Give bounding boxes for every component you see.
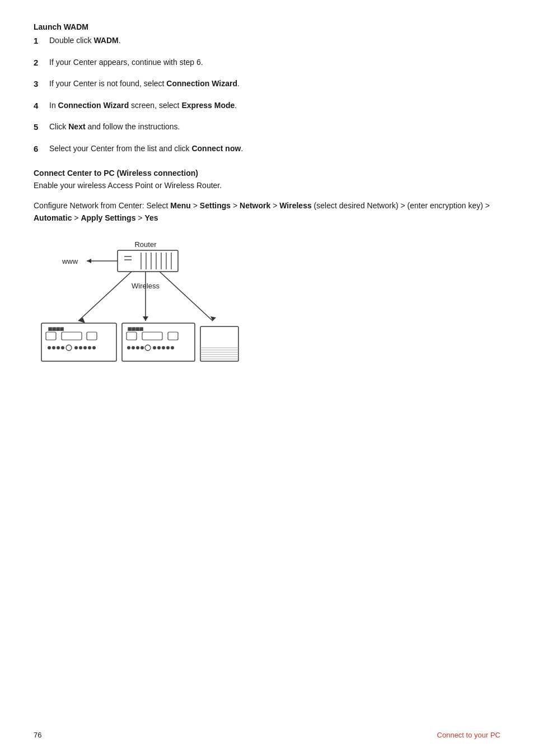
router-label: Router [134,240,157,249]
svg-point-19 [83,346,87,349]
configure-text: Configure Network from Center: Select Me… [34,199,500,225]
svg-rect-22 [127,332,137,340]
svg-rect-9 [46,332,56,340]
svg-point-34 [171,346,174,349]
svg-point-25 [127,346,130,349]
svg-point-18 [79,346,82,349]
svg-point-29 [145,345,151,351]
arrow-right-head [210,316,216,321]
step-text: In Connection Wizard screen, select Expr… [49,100,237,113]
step-number: 1 [34,35,49,48]
launch-wadm-heading: Launch WADM [34,22,500,31]
wireless-section: Connect Center to PC (Wireless connectio… [34,169,500,192]
device-right [200,326,238,361]
svg-point-15 [61,346,64,349]
svg-rect-23 [142,332,162,340]
step-number: 3 [34,78,49,91]
step-number: 5 [34,121,49,134]
svg-rect-24 [168,332,178,340]
arrow-left-device [78,272,132,321]
list-item: 4 In Connection Wizard screen, select Ex… [34,100,500,113]
device-left-label: ⬛⬛⬛⬛ [48,327,64,332]
list-item: 1 Double click WADM. [34,35,500,48]
page-number: 76 [34,731,41,739]
svg-point-28 [140,346,144,349]
svg-point-26 [132,346,135,349]
svg-point-31 [157,346,161,349]
svg-point-33 [166,346,170,349]
svg-point-12 [48,346,51,349]
www-label: www [62,257,78,265]
wireless-heading: Connect Center to PC (Wireless connectio… [34,169,500,178]
svg-point-27 [136,346,139,349]
svg-point-16 [66,345,72,351]
svg-point-32 [162,346,165,349]
svg-point-20 [88,346,91,349]
svg-point-13 [52,346,55,349]
device-center-label: ⬛⬛⬛⬛ [128,327,144,332]
wireless-description: Enable your wireless Access Point or Wir… [34,180,500,192]
svg-point-14 [57,346,60,349]
list-item: 5 Click Next and follow the instructions… [34,121,500,134]
page-content: Launch WADM 1 Double click WADM. 2 If yo… [34,22,500,367]
svg-point-21 [92,346,96,349]
svg-point-30 [153,346,156,349]
step-number: 2 [34,57,49,69]
arrow-right-device [160,272,213,321]
arrow-center-head [143,316,148,321]
www-arrow-head [87,259,91,263]
network-diagram: Router www Wireless ⬛⬛⬛⬛ [34,238,274,367]
list-item: 2 If your Center appears, continue with … [34,57,500,69]
page-footer: 76 Connect to your PC [34,731,500,739]
step-text: Double click WADM. [49,35,121,48]
list-item: 3 If your Center is not found, select Co… [34,78,500,91]
svg-rect-11 [87,332,97,340]
steps-list: 1 Double click WADM. 2 If your Center ap… [34,35,500,155]
svg-point-17 [74,346,78,349]
step-text: If your Center is not found, select Conn… [49,78,240,91]
step-text: Select your Center from the list and cli… [49,143,243,156]
step-text: Click Next and follow the instructions. [49,121,180,134]
step-number: 4 [34,100,49,113]
arrow-left-head [78,318,85,323]
footer-right-text: Connect to your PC [437,731,500,739]
router-box [118,250,178,272]
step-number: 6 [34,143,49,156]
list-item: 6 Select your Center from the list and c… [34,143,500,156]
svg-rect-10 [62,332,82,340]
step-text: If your Center appears, continue with st… [49,57,203,69]
